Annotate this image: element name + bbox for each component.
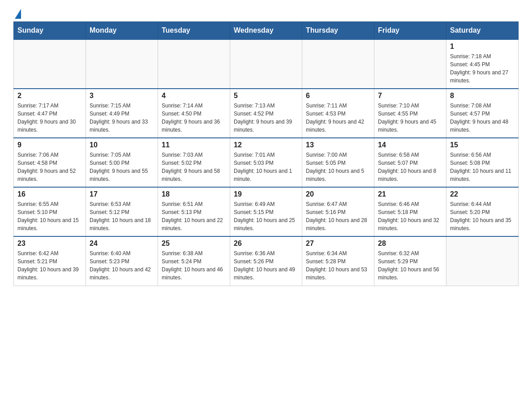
day-cell: 24Sunrise: 6:40 AMSunset: 5:23 PMDayligh…: [86, 236, 158, 286]
day-info: Sunrise: 7:03 AMSunset: 5:02 PMDaylight:…: [162, 151, 226, 183]
day-cell: [446, 236, 519, 286]
day-cell: 18Sunrise: 6:51 AMSunset: 5:13 PMDayligh…: [158, 187, 230, 236]
day-info: Sunrise: 7:14 AMSunset: 4:50 PMDaylight:…: [162, 102, 226, 134]
day-cell: 13Sunrise: 7:00 AMSunset: 5:05 PMDayligh…: [302, 138, 374, 187]
day-info: Sunrise: 7:10 AMSunset: 4:55 PMDaylight:…: [378, 102, 442, 134]
day-info: Sunrise: 6:46 AMSunset: 5:18 PMDaylight:…: [378, 200, 442, 232]
day-cell: 3Sunrise: 7:15 AMSunset: 4:49 PMDaylight…: [86, 89, 158, 138]
day-cell: [14, 39, 86, 89]
day-cell: 27Sunrise: 6:34 AMSunset: 5:28 PMDayligh…: [302, 236, 374, 286]
day-number: 10: [90, 141, 154, 149]
day-info: Sunrise: 6:42 AMSunset: 5:21 PMDaylight:…: [17, 249, 82, 282]
week-row-5: 23Sunrise: 6:42 AMSunset: 5:21 PMDayligh…: [14, 236, 519, 286]
day-cell: 6Sunrise: 7:11 AMSunset: 4:53 PMDaylight…: [302, 89, 374, 138]
day-cell: 16Sunrise: 6:55 AMSunset: 5:10 PMDayligh…: [14, 187, 86, 236]
day-info: Sunrise: 7:08 AMSunset: 4:57 PMDaylight:…: [450, 102, 515, 134]
day-number: 17: [90, 190, 154, 198]
day-info: Sunrise: 6:58 AMSunset: 5:07 PMDaylight:…: [378, 151, 442, 183]
day-number: 23: [17, 240, 82, 248]
day-cell: 20Sunrise: 6:47 AMSunset: 5:16 PMDayligh…: [302, 187, 374, 236]
day-cell: 15Sunrise: 6:56 AMSunset: 5:08 PMDayligh…: [446, 138, 519, 187]
day-cell: 28Sunrise: 6:32 AMSunset: 5:29 PMDayligh…: [374, 236, 446, 286]
day-number: 27: [306, 240, 370, 248]
day-cell: 14Sunrise: 6:58 AMSunset: 5:07 PMDayligh…: [374, 138, 446, 187]
weekday-header-tuesday: Tuesday: [158, 22, 230, 40]
day-number: 4: [162, 92, 226, 100]
day-info: Sunrise: 7:15 AMSunset: 4:49 PMDaylight:…: [90, 102, 154, 134]
weekday-header-row: SundayMondayTuesdayWednesdayThursdayFrid…: [14, 22, 519, 40]
day-number: 21: [378, 190, 442, 198]
day-cell: 22Sunrise: 6:44 AMSunset: 5:20 PMDayligh…: [446, 187, 519, 236]
day-cell: 2Sunrise: 7:17 AMSunset: 4:47 PMDaylight…: [14, 89, 86, 138]
day-number: 25: [162, 240, 226, 248]
day-info: Sunrise: 7:05 AMSunset: 5:00 PMDaylight:…: [90, 151, 154, 183]
day-info: Sunrise: 7:13 AMSunset: 4:52 PMDaylight:…: [234, 102, 298, 134]
day-info: Sunrise: 7:17 AMSunset: 4:47 PMDaylight:…: [17, 102, 82, 134]
day-cell: 5Sunrise: 7:13 AMSunset: 4:52 PMDaylight…: [230, 89, 302, 138]
day-number: 5: [234, 92, 298, 100]
day-cell: 21Sunrise: 6:46 AMSunset: 5:18 PMDayligh…: [374, 187, 446, 236]
day-number: 20: [306, 190, 370, 198]
day-number: 16: [17, 190, 82, 198]
weekday-header-thursday: Thursday: [302, 22, 374, 40]
day-number: 8: [450, 92, 515, 100]
day-number: 28: [378, 240, 442, 248]
weekday-header-monday: Monday: [86, 22, 158, 40]
day-cell: [302, 39, 374, 89]
week-row-1: 1Sunrise: 7:18 AMSunset: 4:45 PMDaylight…: [14, 39, 519, 89]
day-cell: 7Sunrise: 7:10 AMSunset: 4:55 PMDaylight…: [374, 89, 446, 138]
day-info: Sunrise: 6:36 AMSunset: 5:26 PMDaylight:…: [234, 249, 298, 282]
day-number: 2: [17, 92, 82, 100]
day-cell: 12Sunrise: 7:01 AMSunset: 5:03 PMDayligh…: [230, 138, 302, 187]
day-info: Sunrise: 6:38 AMSunset: 5:24 PMDaylight:…: [162, 249, 226, 282]
day-number: 14: [378, 141, 442, 149]
day-cell: [158, 39, 230, 89]
week-row-4: 16Sunrise: 6:55 AMSunset: 5:10 PMDayligh…: [14, 187, 519, 236]
day-cell: 1Sunrise: 7:18 AMSunset: 4:45 PMDaylight…: [446, 39, 519, 89]
day-info: Sunrise: 6:51 AMSunset: 5:13 PMDaylight:…: [162, 200, 226, 232]
weekday-header-wednesday: Wednesday: [230, 22, 302, 40]
day-number: 11: [162, 141, 226, 149]
page-header: [13, 9, 519, 17]
day-info: Sunrise: 6:56 AMSunset: 5:08 PMDaylight:…: [450, 151, 515, 183]
week-row-3: 9Sunrise: 7:06 AMSunset: 4:58 PMDaylight…: [14, 138, 519, 187]
day-number: 22: [450, 190, 515, 198]
day-number: 24: [90, 240, 154, 248]
day-info: Sunrise: 6:44 AMSunset: 5:20 PMDaylight:…: [450, 200, 515, 232]
day-cell: 8Sunrise: 7:08 AMSunset: 4:57 PMDaylight…: [446, 89, 519, 138]
day-info: Sunrise: 6:47 AMSunset: 5:16 PMDaylight:…: [306, 200, 370, 232]
day-info: Sunrise: 6:53 AMSunset: 5:12 PMDaylight:…: [90, 200, 154, 232]
day-info: Sunrise: 7:18 AMSunset: 4:45 PMDaylight:…: [450, 52, 515, 85]
day-cell: 23Sunrise: 6:42 AMSunset: 5:21 PMDayligh…: [14, 236, 86, 286]
weekday-header-friday: Friday: [374, 22, 446, 40]
day-number: 26: [234, 240, 298, 248]
day-info: Sunrise: 6:32 AMSunset: 5:29 PMDaylight:…: [378, 249, 442, 282]
day-number: 9: [17, 141, 82, 149]
day-cell: [230, 39, 302, 89]
day-info: Sunrise: 7:06 AMSunset: 4:58 PMDaylight:…: [17, 151, 82, 183]
logo-triangle-icon: [15, 9, 21, 19]
day-info: Sunrise: 6:34 AMSunset: 5:28 PMDaylight:…: [306, 249, 370, 282]
day-info: Sunrise: 7:11 AMSunset: 4:53 PMDaylight:…: [306, 102, 370, 134]
day-info: Sunrise: 6:55 AMSunset: 5:10 PMDaylight:…: [17, 200, 82, 232]
calendar-table: SundayMondayTuesdayWednesdayThursdayFrid…: [13, 21, 519, 286]
day-cell: 25Sunrise: 6:38 AMSunset: 5:24 PMDayligh…: [158, 236, 230, 286]
logo: [13, 9, 21, 17]
day-number: 19: [234, 190, 298, 198]
day-cell: 10Sunrise: 7:05 AMSunset: 5:00 PMDayligh…: [86, 138, 158, 187]
day-number: 12: [234, 141, 298, 149]
day-number: 6: [306, 92, 370, 100]
day-cell: [374, 39, 446, 89]
day-number: 7: [378, 92, 442, 100]
weekday-header-sunday: Sunday: [14, 22, 86, 40]
day-number: 1: [450, 43, 515, 51]
day-number: 13: [306, 141, 370, 149]
day-number: 15: [450, 141, 515, 149]
week-row-2: 2Sunrise: 7:17 AMSunset: 4:47 PMDaylight…: [14, 89, 519, 138]
day-cell: 4Sunrise: 7:14 AMSunset: 4:50 PMDaylight…: [158, 89, 230, 138]
day-cell: 19Sunrise: 6:49 AMSunset: 5:15 PMDayligh…: [230, 187, 302, 236]
day-info: Sunrise: 6:40 AMSunset: 5:23 PMDaylight:…: [90, 249, 154, 282]
day-info: Sunrise: 7:00 AMSunset: 5:05 PMDaylight:…: [306, 151, 370, 183]
day-number: 18: [162, 190, 226, 198]
day-number: 3: [90, 92, 154, 100]
